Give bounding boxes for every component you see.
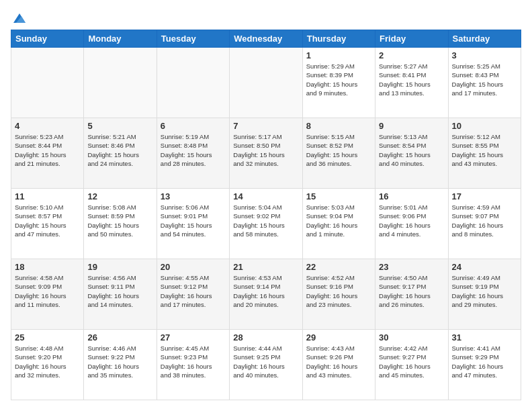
calendar-cell: 16Sunrise: 5:01 AM Sunset: 9:06 PM Dayli… bbox=[375, 189, 448, 259]
day-number: 15 bbox=[306, 191, 371, 201]
day-number: 21 bbox=[233, 262, 298, 272]
day-info: Sunrise: 5:13 AM Sunset: 8:54 PM Dayligh… bbox=[379, 132, 444, 168]
day-info: Sunrise: 4:48 AM Sunset: 9:20 PM Dayligh… bbox=[15, 344, 80, 379]
calendar-week-5: 25Sunrise: 4:48 AM Sunset: 9:20 PM Dayli… bbox=[11, 330, 521, 400]
calendar-cell: 29Sunrise: 4:43 AM Sunset: 9:26 PM Dayli… bbox=[302, 330, 375, 400]
day-info: Sunrise: 4:50 AM Sunset: 9:17 PM Dayligh… bbox=[379, 273, 444, 309]
day-number: 7 bbox=[233, 121, 298, 131]
day-number: 18 bbox=[15, 262, 80, 272]
day-number: 19 bbox=[87, 262, 152, 272]
calendar-cell: 10Sunrise: 5:12 AM Sunset: 8:55 PM Dayli… bbox=[448, 118, 521, 189]
day-number: 17 bbox=[452, 191, 517, 201]
calendar-cell: 30Sunrise: 4:42 AM Sunset: 9:27 PM Dayli… bbox=[375, 330, 448, 400]
logo-icon bbox=[12, 11, 27, 26]
day-info: Sunrise: 5:29 AM Sunset: 8:39 PM Dayligh… bbox=[306, 62, 371, 97]
day-info: Sunrise: 5:06 AM Sunset: 9:01 PM Dayligh… bbox=[161, 203, 226, 238]
calendar-cell: 15Sunrise: 5:03 AM Sunset: 9:04 PM Dayli… bbox=[302, 189, 375, 259]
day-number: 20 bbox=[161, 262, 226, 272]
calendar-cell: 2Sunrise: 5:27 AM Sunset: 8:41 PM Daylig… bbox=[375, 48, 448, 118]
day-info: Sunrise: 5:17 AM Sunset: 8:50 PM Dayligh… bbox=[233, 132, 298, 168]
day-info: Sunrise: 4:59 AM Sunset: 9:07 PM Dayligh… bbox=[452, 203, 517, 238]
page: SundayMondayTuesdayWednesdayThursdayFrid… bbox=[0, 0, 532, 411]
day-number: 12 bbox=[87, 191, 152, 201]
calendar-cell: 13Sunrise: 5:06 AM Sunset: 9:01 PM Dayli… bbox=[157, 189, 229, 259]
calendar-cell: 1Sunrise: 5:29 AM Sunset: 8:39 PM Daylig… bbox=[302, 48, 375, 118]
day-info: Sunrise: 4:55 AM Sunset: 9:12 PM Dayligh… bbox=[161, 273, 226, 309]
calendar-cell bbox=[230, 48, 302, 118]
calendar-cell: 3Sunrise: 5:25 AM Sunset: 8:43 PM Daylig… bbox=[448, 48, 521, 118]
day-info: Sunrise: 5:04 AM Sunset: 9:02 PM Dayligh… bbox=[233, 203, 298, 238]
day-info: Sunrise: 4:53 AM Sunset: 9:14 PM Dayligh… bbox=[233, 273, 298, 309]
day-number: 25 bbox=[15, 332, 80, 342]
day-number: 13 bbox=[161, 191, 226, 201]
logo bbox=[11, 11, 27, 23]
weekday-header-row: SundayMondayTuesdayWednesdayThursdayFrid… bbox=[11, 30, 521, 48]
calendar-cell: 22Sunrise: 4:52 AM Sunset: 9:16 PM Dayli… bbox=[302, 259, 375, 330]
calendar-cell bbox=[84, 48, 157, 118]
calendar-cell: 23Sunrise: 4:50 AM Sunset: 9:17 PM Dayli… bbox=[375, 259, 448, 330]
day-number: 31 bbox=[452, 332, 517, 342]
day-info: Sunrise: 5:25 AM Sunset: 8:43 PM Dayligh… bbox=[452, 62, 517, 97]
weekday-header-saturday: Saturday bbox=[448, 30, 521, 48]
weekday-header-thursday: Thursday bbox=[302, 30, 375, 48]
day-info: Sunrise: 4:46 AM Sunset: 9:22 PM Dayligh… bbox=[87, 344, 152, 379]
day-info: Sunrise: 5:21 AM Sunset: 8:46 PM Dayligh… bbox=[87, 132, 152, 168]
calendar-week-4: 18Sunrise: 4:58 AM Sunset: 9:09 PM Dayli… bbox=[11, 259, 521, 330]
header bbox=[11, 11, 521, 23]
calendar-cell: 9Sunrise: 5:13 AM Sunset: 8:54 PM Daylig… bbox=[375, 118, 448, 189]
day-number: 4 bbox=[15, 121, 80, 131]
calendar-cell: 28Sunrise: 4:44 AM Sunset: 9:25 PM Dayli… bbox=[230, 330, 302, 400]
calendar-cell: 31Sunrise: 4:41 AM Sunset: 9:29 PM Dayli… bbox=[448, 330, 521, 400]
calendar-cell: 17Sunrise: 4:59 AM Sunset: 9:07 PM Dayli… bbox=[448, 189, 521, 259]
calendar-cell: 6Sunrise: 5:19 AM Sunset: 8:48 PM Daylig… bbox=[157, 118, 229, 189]
day-info: Sunrise: 5:23 AM Sunset: 8:44 PM Dayligh… bbox=[15, 132, 80, 168]
calendar-cell: 18Sunrise: 4:58 AM Sunset: 9:09 PM Dayli… bbox=[11, 259, 84, 330]
day-info: Sunrise: 4:41 AM Sunset: 9:29 PM Dayligh… bbox=[452, 344, 517, 379]
calendar-cell: 27Sunrise: 4:45 AM Sunset: 9:23 PM Dayli… bbox=[157, 330, 229, 400]
day-number: 2 bbox=[379, 50, 444, 60]
calendar-cell bbox=[11, 48, 84, 118]
day-info: Sunrise: 4:45 AM Sunset: 9:23 PM Dayligh… bbox=[161, 344, 226, 379]
calendar-cell: 5Sunrise: 5:21 AM Sunset: 8:46 PM Daylig… bbox=[84, 118, 157, 189]
calendar-cell: 25Sunrise: 4:48 AM Sunset: 9:20 PM Dayli… bbox=[11, 330, 84, 400]
calendar-cell bbox=[157, 48, 229, 118]
day-info: Sunrise: 5:12 AM Sunset: 8:55 PM Dayligh… bbox=[452, 132, 517, 168]
calendar-cell: 7Sunrise: 5:17 AM Sunset: 8:50 PM Daylig… bbox=[230, 118, 302, 189]
day-number: 10 bbox=[452, 121, 517, 131]
calendar-cell: 12Sunrise: 5:08 AM Sunset: 8:59 PM Dayli… bbox=[84, 189, 157, 259]
calendar-cell: 4Sunrise: 5:23 AM Sunset: 8:44 PM Daylig… bbox=[11, 118, 84, 189]
day-info: Sunrise: 5:10 AM Sunset: 8:57 PM Dayligh… bbox=[15, 203, 80, 238]
weekday-header-monday: Monday bbox=[84, 30, 157, 48]
day-number: 1 bbox=[306, 50, 371, 60]
day-info: Sunrise: 4:44 AM Sunset: 9:25 PM Dayligh… bbox=[233, 344, 298, 379]
calendar-cell: 11Sunrise: 5:10 AM Sunset: 8:57 PM Dayli… bbox=[11, 189, 84, 259]
day-info: Sunrise: 4:42 AM Sunset: 9:27 PM Dayligh… bbox=[379, 344, 444, 379]
day-number: 16 bbox=[379, 191, 444, 201]
weekday-header-wednesday: Wednesday bbox=[230, 30, 302, 48]
day-info: Sunrise: 4:43 AM Sunset: 9:26 PM Dayligh… bbox=[306, 344, 371, 379]
calendar-cell: 19Sunrise: 4:56 AM Sunset: 9:11 PM Dayli… bbox=[84, 259, 157, 330]
day-info: Sunrise: 5:27 AM Sunset: 8:41 PM Dayligh… bbox=[379, 62, 444, 97]
day-number: 30 bbox=[379, 332, 444, 342]
calendar-week-2: 4Sunrise: 5:23 AM Sunset: 8:44 PM Daylig… bbox=[11, 118, 521, 189]
day-number: 11 bbox=[15, 191, 80, 201]
calendar-table: SundayMondayTuesdayWednesdayThursdayFrid… bbox=[11, 30, 521, 400]
day-number: 8 bbox=[306, 121, 371, 131]
calendar-week-1: 1Sunrise: 5:29 AM Sunset: 8:39 PM Daylig… bbox=[11, 48, 521, 118]
day-number: 9 bbox=[379, 121, 444, 131]
weekday-header-sunday: Sunday bbox=[11, 30, 84, 48]
day-info: Sunrise: 4:56 AM Sunset: 9:11 PM Dayligh… bbox=[87, 273, 152, 309]
day-number: 6 bbox=[161, 121, 226, 131]
day-info: Sunrise: 4:49 AM Sunset: 9:19 PM Dayligh… bbox=[452, 273, 517, 309]
calendar-cell: 8Sunrise: 5:15 AM Sunset: 8:52 PM Daylig… bbox=[302, 118, 375, 189]
calendar-week-3: 11Sunrise: 5:10 AM Sunset: 8:57 PM Dayli… bbox=[11, 189, 521, 259]
weekday-header-tuesday: Tuesday bbox=[157, 30, 229, 48]
day-number: 14 bbox=[233, 191, 298, 201]
calendar-cell: 14Sunrise: 5:04 AM Sunset: 9:02 PM Dayli… bbox=[230, 189, 302, 259]
weekday-header-friday: Friday bbox=[375, 30, 448, 48]
day-info: Sunrise: 4:52 AM Sunset: 9:16 PM Dayligh… bbox=[306, 273, 371, 309]
day-number: 27 bbox=[161, 332, 226, 342]
day-number: 29 bbox=[306, 332, 371, 342]
day-number: 28 bbox=[233, 332, 298, 342]
day-number: 26 bbox=[87, 332, 152, 342]
